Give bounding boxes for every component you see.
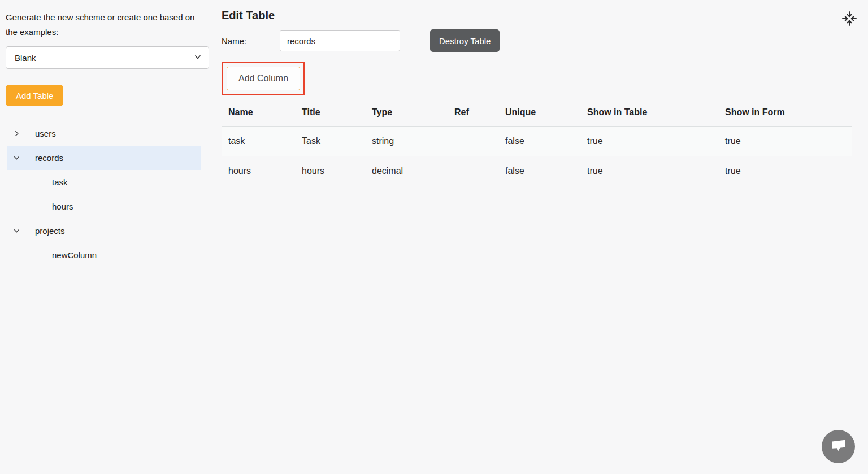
columns-table: Name Title Type Ref Unique Show in Table…	[222, 102, 852, 186]
scheme-select-value: Blank	[15, 53, 194, 63]
red-highlight-annotation: Add Column	[222, 62, 305, 95]
cell-ref	[448, 156, 498, 186]
column-header-name: Name	[222, 102, 295, 127]
column-header-type: Type	[365, 102, 448, 127]
column-header-title: Title	[295, 102, 365, 127]
chevron-down-icon[interactable]	[12, 154, 20, 162]
add-column-button[interactable]: Add Column	[227, 67, 300, 90]
sidebar-item-label: records	[35, 153, 63, 163]
chat-launcher-button[interactable]	[822, 430, 855, 463]
columns-table-header-row: Name Title Type Ref Unique Show in Table…	[222, 102, 852, 127]
column-header-show-in-form: Show in Form	[718, 102, 852, 127]
scheme-select[interactable]: Blank	[6, 46, 209, 69]
sidebar-item-records-task[interactable]: task	[7, 170, 201, 194]
chevron-down-icon	[194, 53, 202, 63]
cell-ref	[448, 127, 498, 156]
cell-show-in-table: true	[580, 127, 718, 156]
table-row[interactable]: hours hours decimal false true true	[222, 156, 852, 186]
sidebar-item-projects-newcolumn[interactable]: newColumn	[7, 243, 201, 267]
column-item-label: newColumn	[52, 250, 97, 260]
sidebar: Generate the new scheme or create one ba…	[0, 0, 215, 474]
sidebar-item-label: projects	[35, 226, 65, 236]
scheme-intro-text: Generate the new scheme or create one ba…	[6, 10, 198, 40]
sidebar-item-users[interactable]: users	[7, 121, 201, 146]
chat-bubble-icon	[830, 438, 847, 455]
sidebar-item-label: users	[35, 129, 56, 138]
edit-table-panel: Edit Table Name: Destroy Table Add Colum…	[215, 0, 868, 474]
table-tree: users records task hours projects newCol…	[6, 121, 209, 267]
add-table-button[interactable]: Add Table	[6, 85, 63, 106]
chevron-down-icon[interactable]	[12, 227, 20, 235]
sidebar-item-records-hours[interactable]: hours	[7, 194, 201, 219]
cell-type: decimal	[365, 156, 448, 186]
destroy-table-button[interactable]: Destroy Table	[430, 29, 500, 52]
cell-name: task	[222, 127, 295, 156]
chevron-right-icon[interactable]	[12, 130, 20, 138]
column-header-ref: Ref	[448, 102, 498, 127]
cell-title: Task	[295, 127, 365, 156]
cell-name: hours	[222, 156, 295, 186]
name-label: Name:	[222, 36, 280, 46]
column-item-label: task	[52, 177, 68, 187]
cell-show-in-form: true	[718, 156, 852, 186]
cell-title: hours	[295, 156, 365, 186]
table-name-input[interactable]	[280, 30, 400, 51]
sidebar-item-records[interactable]: records	[7, 146, 201, 170]
table-name-row: Name: Destroy Table	[222, 29, 852, 52]
page-title: Edit Table	[222, 9, 852, 22]
cell-type: string	[365, 127, 448, 156]
cell-unique: false	[498, 127, 580, 156]
cell-show-in-form: true	[718, 127, 852, 156]
column-header-unique: Unique	[498, 102, 580, 127]
table-row[interactable]: task Task string false true true	[222, 127, 852, 156]
cell-unique: false	[498, 156, 580, 186]
column-header-show-in-table: Show in Table	[580, 102, 718, 127]
cell-show-in-table: true	[580, 156, 718, 186]
collapse-arrows-icon[interactable]	[840, 9, 859, 28]
sidebar-item-projects[interactable]: projects	[7, 219, 201, 243]
column-item-label: hours	[52, 202, 73, 211]
